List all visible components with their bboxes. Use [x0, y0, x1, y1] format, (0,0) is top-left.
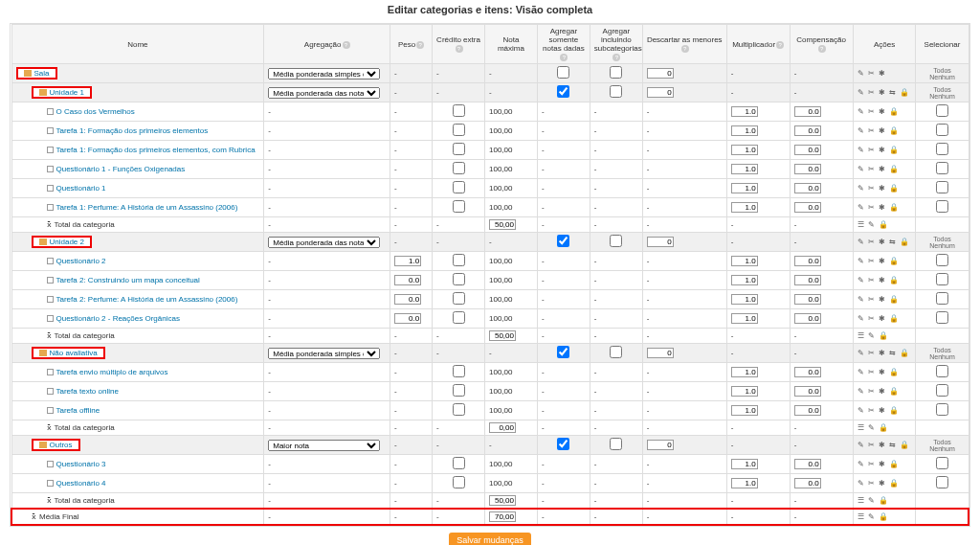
select-all-none[interactable]: Todos Nenhum: [916, 83, 969, 102]
multiplier-input[interactable]: [731, 405, 758, 416]
offset-input[interactable]: [794, 183, 821, 193]
actions-cell[interactable]: ✎ ✂ ✱ 🔒: [853, 401, 916, 420]
extra-credit-checkbox[interactable]: [453, 162, 465, 174]
select-checkbox[interactable]: [936, 104, 948, 117]
select-checkbox[interactable]: [936, 124, 948, 136]
select-checkbox[interactable]: [936, 403, 948, 416]
extra-credit-checkbox[interactable]: [453, 200, 465, 213]
help-icon[interactable]: ?: [818, 45, 826, 53]
offset-input[interactable]: [794, 386, 821, 397]
offset-input[interactable]: [794, 478, 821, 488]
multiplier-input[interactable]: [731, 459, 758, 469]
help-icon[interactable]: ?: [681, 45, 689, 53]
aggregation-select[interactable]: Média ponderada simples das notasMédia p…: [268, 440, 380, 451]
extra-credit-checkbox[interactable]: [453, 124, 465, 136]
item-link[interactable]: Tarefa 1: Formação dos primeiros element…: [56, 126, 209, 135]
item-link[interactable]: Questionário 1 - Funções Oxigenadas: [56, 165, 186, 173]
aggregation-select[interactable]: Média ponderada simples das notasMédia p…: [268, 87, 380, 99]
multiplier-input[interactable]: [731, 183, 758, 193]
offset-input[interactable]: [794, 256, 821, 266]
agg-only-given-checkbox[interactable]: [557, 235, 569, 247]
extra-credit-checkbox[interactable]: [453, 365, 465, 377]
agg-only-given-checkbox[interactable]: [557, 66, 569, 79]
actions-cell[interactable]: ☰ ✎ 🔒: [853, 329, 916, 344]
multiplier-input[interactable]: [731, 145, 758, 155]
select-checkbox[interactable]: [936, 181, 948, 193]
help-icon[interactable]: ?: [776, 41, 784, 49]
category-link[interactable]: Unidade 1: [50, 88, 84, 97]
aggregation-select[interactable]: Média ponderada simples das notasMédia p…: [268, 348, 380, 359]
category-link[interactable]: Não avaliativa: [50, 349, 98, 357]
offset-input[interactable]: [794, 405, 821, 416]
actions-cell[interactable]: ✎ ✂ ✱ 🔒: [853, 141, 916, 160]
item-link[interactable]: Questionário 2 - Reações Orgânicas: [56, 314, 180, 323]
extra-credit-checkbox[interactable]: [453, 403, 465, 416]
offset-input[interactable]: [794, 202, 821, 213]
item-link[interactable]: Questionário 4: [56, 479, 106, 488]
select-all-none[interactable]: Todos Nenhum: [916, 344, 969, 363]
agg-only-given-checkbox[interactable]: [557, 85, 569, 98]
save-button[interactable]: Salvar mudanças: [449, 533, 531, 545]
select-checkbox[interactable]: [936, 143, 948, 155]
select-checkbox[interactable]: [936, 292, 948, 305]
extra-credit-checkbox[interactable]: [453, 292, 465, 305]
actions-cell[interactable]: ✎ ✂ ✱ ⇆ 🔒: [853, 436, 916, 455]
select-checkbox[interactable]: [936, 200, 948, 213]
help-icon[interactable]: ?: [416, 41, 424, 49]
agg-subcategories-checkbox[interactable]: [610, 66, 622, 79]
actions-cell[interactable]: ✎ ✂ ✱ ⇆ 🔒: [853, 344, 916, 363]
actions-cell[interactable]: ✎ ✂ ✱ 🔒: [853, 382, 916, 401]
weight-input[interactable]: [394, 256, 421, 266]
extra-credit-checkbox[interactable]: [453, 143, 465, 155]
total-max-input[interactable]: [489, 495, 516, 506]
offset-input[interactable]: [794, 275, 821, 285]
category-link[interactable]: Sala: [34, 69, 50, 78]
weight-input[interactable]: [394, 275, 421, 285]
help-icon[interactable]: ?: [456, 45, 463, 53]
item-link[interactable]: Tarefa 2: Perfume: A História de um Assa…: [56, 295, 238, 304]
extra-credit-checkbox[interactable]: [453, 273, 465, 285]
offset-input[interactable]: [794, 313, 821, 324]
actions-cell[interactable]: ✎ ✂ ✱ 🔒: [853, 252, 916, 271]
extra-credit-checkbox[interactable]: [453, 254, 465, 266]
agg-subcategories-checkbox[interactable]: [610, 85, 622, 98]
total-max-input[interactable]: [489, 219, 516, 230]
total-max-input[interactable]: [489, 422, 516, 433]
item-link[interactable]: Tarefa 1: Perfume: A História de um Assa…: [56, 203, 238, 212]
multiplier-input[interactable]: [731, 202, 758, 213]
agg-only-given-checkbox[interactable]: [557, 438, 569, 450]
multiplier-input[interactable]: [731, 125, 758, 136]
actions-cell[interactable]: ✎ ✂ ✱ 🔒: [853, 455, 916, 474]
multiplier-input[interactable]: [731, 106, 758, 117]
select-all-none[interactable]: Todos Nenhum: [916, 233, 969, 252]
multiplier-input[interactable]: [731, 164, 758, 174]
help-icon[interactable]: ?: [560, 54, 568, 61]
offset-input[interactable]: [794, 145, 821, 155]
item-link[interactable]: Tarefa 1: Formação dos primeiros element…: [56, 146, 256, 154]
aggregation-select[interactable]: Média ponderada simples das notasMédia p…: [268, 237, 380, 248]
multiplier-input[interactable]: [731, 367, 758, 377]
select-checkbox[interactable]: [936, 162, 948, 174]
select-checkbox[interactable]: [936, 384, 948, 397]
agg-only-given-checkbox[interactable]: [557, 346, 569, 358]
item-link[interactable]: Tarefa texto online: [56, 387, 119, 396]
category-link[interactable]: Unidade 2: [50, 238, 84, 246]
drop-lowest-input[interactable]: [647, 87, 674, 98]
agg-subcategories-checkbox[interactable]: [610, 438, 622, 450]
drop-lowest-input[interactable]: [647, 237, 674, 247]
offset-input[interactable]: [794, 294, 821, 305]
extra-credit-checkbox[interactable]: [453, 104, 465, 117]
select-checkbox[interactable]: [936, 457, 948, 469]
item-link[interactable]: Tarefa 2: Construindo um mapa conceitual: [56, 276, 200, 284]
actions-cell[interactable]: ✎ ✂ ✱ 🔒: [853, 179, 916, 198]
select-checkbox[interactable]: [936, 273, 948, 285]
help-icon[interactable]: ?: [612, 54, 620, 61]
multiplier-input[interactable]: [731, 386, 758, 397]
actions-cell[interactable]: ✎ ✂ ✱ 🔒: [853, 363, 916, 382]
extra-credit-checkbox[interactable]: [453, 384, 465, 397]
offset-input[interactable]: [794, 106, 821, 117]
select-checkbox[interactable]: [936, 254, 948, 266]
item-link[interactable]: O Caso dos Vermelhos: [56, 107, 135, 116]
item-link[interactable]: Tarefa envio múltiplo de arquivos: [56, 368, 168, 376]
extra-credit-checkbox[interactable]: [453, 181, 465, 193]
